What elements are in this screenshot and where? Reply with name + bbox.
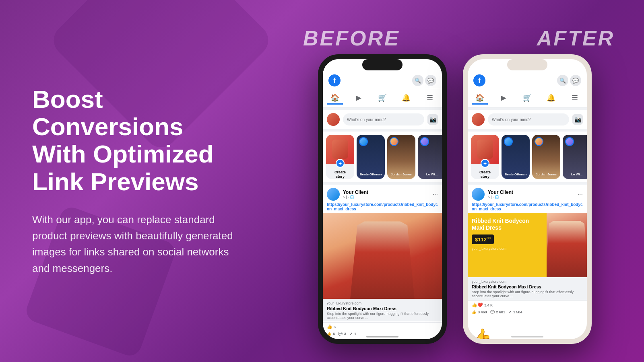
like-button-after[interactable]: 👍 3 468 — [472, 310, 487, 314]
headline-line2: Conversions — [32, 113, 184, 140]
tab-bell[interactable]: 🔔 — [398, 92, 414, 105]
fb-tabs-after: 🏠 ▶ 🛒 🔔 ☰ — [468, 89, 587, 107]
phone-notch-after — [507, 59, 547, 70]
messenger-icon[interactable]: 💬 — [425, 75, 436, 86]
after-domain: your_luxurystore.com — [472, 247, 543, 251]
story-name-bente-after: Bente Othman — [503, 173, 528, 177]
share-button-before[interactable]: ↗ 1 — [349, 332, 356, 336]
phone-notch-before — [362, 59, 402, 70]
search-icon[interactable]: 🔍 — [412, 75, 423, 86]
post-reactions-before: 👍 6 — [323, 322, 442, 331]
photo-icon[interactable]: 📷 — [427, 114, 438, 125]
tab-marketplace[interactable]: 🛒 — [374, 92, 390, 105]
comment-button-before[interactable]: 💬 3 — [338, 332, 346, 336]
after-text-block: Ribbed Knit Bodycon Maxi Dress $11200 yo… — [468, 213, 547, 277]
create-story-before[interactable]: + Createstory — [326, 135, 354, 179]
story-bg-jordan: Jordan Jones — [387, 135, 415, 179]
post-avatar-after — [472, 188, 485, 201]
like-icon-btn-after: 👍 — [472, 310, 476, 314]
post-more-icon-before[interactable]: ··· — [433, 191, 438, 198]
phone-after: f 🔍 💬 🏠 ▶ 🛒 🔔 ☰ — [463, 54, 592, 344]
story-name-lo: Lo Wi... — [419, 173, 442, 177]
phone-inner-after: f 🔍 💬 🏠 ▶ 🛒 🔔 ☰ — [468, 59, 587, 339]
tab-video[interactable]: ▶ — [351, 92, 367, 105]
story-bg-lo: Lo Wi... — [418, 135, 442, 179]
right-panel: BEFORE AFTER f 🔍 💬 — [266, 0, 644, 362]
search-icon-after[interactable]: 🔍 — [557, 75, 568, 86]
post-before: Your Client 5 j · 🌐 ··· https://your_lux… — [323, 185, 442, 339]
story-bg-jordan-after: Jordan Jones — [532, 135, 560, 179]
tab-home[interactable]: 🏠 — [327, 92, 343, 105]
post-reactions-after: 👍❤️ 3,4 K — [468, 300, 587, 309]
story-lo-before[interactable]: Lo Wi... — [418, 135, 442, 179]
composer-input-before[interactable]: What's on your mind? — [343, 113, 424, 125]
story-plus-icon: + — [336, 159, 345, 168]
create-story-after[interactable]: + Createstory — [471, 135, 499, 179]
story-avatar-jordan — [390, 137, 398, 146]
story-name-lo-after: Lo Wi... — [564, 173, 587, 177]
likes-count-before: 👍 6 — [327, 324, 336, 329]
share-icon-after: ↗ — [508, 310, 512, 314]
before-label: BEFORE — [303, 26, 400, 50]
tab-home-after[interactable]: 🏠 — [472, 92, 488, 105]
post-author-before: Your Client — [343, 189, 429, 195]
comment-icon: 💬 — [338, 332, 343, 336]
phone-before: f 🔍 💬 🏠 ▶ 🛒 🔔 ☰ — [318, 54, 447, 344]
post-time-after: 5 j · 🌐 — [488, 195, 574, 199]
post-meta-after: Your Client 5 j · 🌐 — [488, 189, 574, 199]
tab-video-after[interactable]: ▶ — [495, 92, 512, 105]
story-bg-bente: Bente Othman — [357, 135, 385, 179]
headline-line4: Link Previews — [32, 168, 199, 195]
story-lo-after[interactable]: Lo Wi... — [563, 135, 587, 179]
comment-icon-after: 💬 — [490, 310, 495, 314]
post-preview-before: your_luxurystore.com Ribbed Knit Bodycon… — [323, 299, 442, 321]
stories-after: + Createstory Bente Othman — [468, 132, 587, 182]
after-image-side — [547, 213, 587, 277]
fb-ui-after: f 🔍 💬 🏠 ▶ 🛒 🔔 ☰ — [468, 59, 587, 339]
after-price-tag: $11200 — [472, 234, 494, 244]
story-bente-after[interactable]: Bente Othman — [502, 135, 530, 179]
messenger-icon-after[interactable]: 💬 — [570, 75, 581, 86]
post-header-before: Your Client 5 j · 🌐 ··· — [323, 185, 442, 202]
story-jordan-after[interactable]: Jordan Jones — [532, 135, 560, 179]
story-avatar-inner — [332, 140, 348, 159]
post-link-before[interactable]: https://your_luxurystore.com/products/ri… — [323, 202, 442, 213]
fb-nav-icons-after: 🔍 💬 — [557, 75, 581, 86]
like-button-before[interactable]: 👍 6 — [327, 332, 335, 336]
tab-marketplace-after[interactable]: 🛒 — [519, 92, 535, 105]
tab-bell-after[interactable]: 🔔 — [543, 92, 559, 105]
after-dress-illustration — [547, 221, 587, 277]
share-button-after[interactable]: ↗ 1 584 — [508, 310, 522, 314]
post-header-after: Your Client 5 j · 🌐 ··· — [468, 185, 587, 202]
thumbs-up-overlay: 👍 — [471, 327, 492, 339]
after-label: AFTER — [537, 26, 615, 50]
post-after: Your Client 5 j · 🌐 ··· https://your_lux… — [468, 185, 587, 339]
after-product-title: Ribbed Knit Bodycon Maxi Dress — [472, 218, 543, 231]
composer-input-after[interactable]: What's on your mind? — [488, 113, 569, 125]
create-story-label-after: Createstory — [479, 170, 491, 179]
story-avatar-bente — [359, 137, 368, 146]
story-name-jordan: Jordan Jones — [389, 173, 414, 177]
story-jordan-before[interactable]: Jordan Jones — [387, 135, 415, 179]
fb-logo-before: f — [328, 74, 341, 86]
headline: Boost Conversions With Optimized Link Pr… — [32, 86, 242, 195]
photo-icon-after[interactable]: 📷 — [572, 114, 583, 125]
post-link-after[interactable]: https://your_luxurystore.com/products/ri… — [468, 202, 587, 213]
post-preview-after: your_luxurystore.com Ribbed Knit Bodycon… — [468, 277, 587, 300]
share-icon: ↗ — [349, 332, 353, 336]
post-more-icon-after[interactable]: ··· — [578, 191, 583, 198]
story-name-bente: Bente Othman — [358, 173, 383, 177]
post-preview-title-before: Ribbed Knit Bodycon Maxi Dress — [327, 306, 438, 311]
post-time-before: 5 j · 🌐 — [343, 195, 429, 199]
tab-menu-after[interactable]: ☰ — [567, 92, 583, 105]
post-actions-before: 👍 6 💬 3 ↗ 1 — [323, 331, 442, 339]
left-panel: Boost Conversions With Optimized Link Pr… — [0, 62, 266, 300]
subtext: With our app, you can replace standard p… — [32, 212, 242, 276]
user-avatar-before — [327, 113, 340, 126]
comment-button-after[interactable]: 💬 2 681 — [490, 310, 506, 314]
story-bente-before[interactable]: Bente Othman — [357, 135, 385, 179]
phone-inner-before: f 🔍 💬 🏠 ▶ 🛒 🔔 ☰ — [323, 59, 442, 339]
post-image-before — [323, 213, 442, 299]
tab-menu[interactable]: ☰ — [422, 92, 438, 105]
story-bg-bente-after: Bente Othman — [502, 135, 530, 179]
